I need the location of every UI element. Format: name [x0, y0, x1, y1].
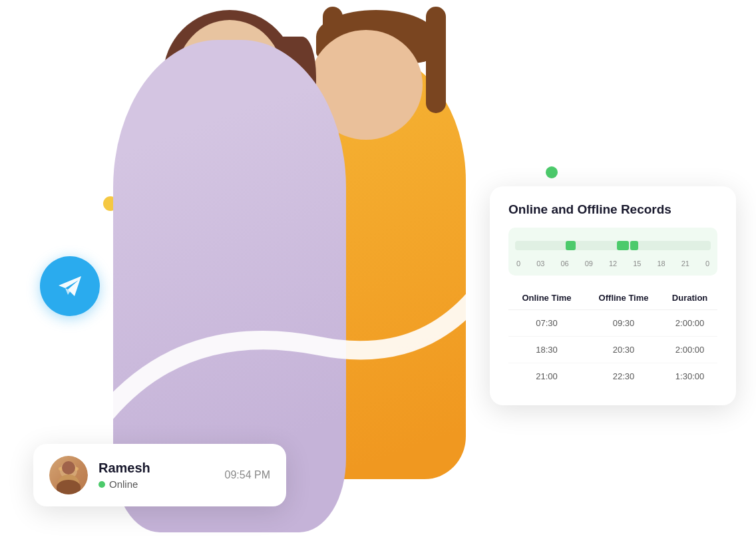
cell-2-duration: 1:30:00: [662, 363, 717, 390]
tl-09: 09: [585, 260, 593, 268]
cell-2-online: 21:00: [508, 363, 585, 390]
arrow-decoration: [610, 53, 716, 113]
contact-info: Ramesh Online: [98, 461, 214, 490]
bar-segment-1: [566, 241, 576, 250]
tl-06: 06: [560, 260, 568, 268]
cell-0-duration: 2:00:00: [662, 310, 717, 337]
tl-12: 12: [609, 260, 617, 268]
records-table: Online Time Offline Time Duration 07:300…: [508, 286, 717, 389]
records-card: Online and Offline Records 0 03 06 09 12…: [490, 186, 736, 405]
tl-18: 18: [657, 260, 665, 268]
woman-head: [176, 20, 283, 133]
child-hair-left: [323, 7, 343, 113]
timeline-bars: [515, 236, 711, 256]
cell-0-offline: 09:30: [585, 310, 662, 337]
tl-03: 03: [536, 260, 544, 268]
avatar: [49, 456, 88, 494]
dot-green: [546, 166, 558, 178]
cell-1-offline: 20:30: [585, 337, 662, 363]
header-offline-time: Offline Time: [585, 286, 662, 310]
tl-0-end: 0: [705, 260, 709, 268]
tl-0: 0: [516, 260, 520, 268]
status-dot: [98, 481, 105, 488]
telegram-svg: [53, 270, 87, 303]
svg-rect-3: [59, 467, 79, 470]
cell-0-online: 07:30: [508, 310, 585, 337]
status-text: Online: [109, 478, 138, 490]
svg-point-4: [66, 464, 71, 470]
timeline-labels: 0 03 06 09 12 15 18 21 0: [515, 260, 711, 268]
records-title: Online and Offline Records: [508, 202, 717, 217]
bar-segment-2: [617, 241, 629, 250]
header-online-time: Online Time: [508, 286, 585, 310]
tl-15: 15: [633, 260, 641, 268]
timeline-area: 0 03 06 09 12 15 18 21 0: [508, 228, 717, 276]
bar-segment-3: [630, 241, 638, 250]
contact-time: 09:54 PM: [225, 469, 270, 481]
records-tbody: 07:3009:302:00:0018:3020:302:00:0021:002…: [508, 310, 717, 390]
table-header-row: Online Time Offline Time Duration: [508, 286, 717, 310]
timeline-track: [515, 241, 711, 250]
cell-1-online: 18:30: [508, 337, 585, 363]
table-row: 07:3009:302:00:00: [508, 310, 717, 337]
table-row: 21:0022:301:30:00: [508, 363, 717, 390]
child-body: [260, 53, 466, 479]
woman-hair: [163, 10, 296, 143]
contact-status: Online: [98, 478, 214, 490]
cell-1-duration: 2:00:00: [662, 337, 717, 363]
tl-21: 21: [681, 260, 689, 268]
child-hair-top: [316, 10, 436, 63]
svg-point-2: [58, 474, 79, 493]
avatar-inner: [49, 456, 88, 494]
scene: Ramesh Online 09:54 PM Online and Offlin…: [0, 0, 756, 553]
contact-name: Ramesh: [98, 461, 214, 476]
online-card: Ramesh Online 09:54 PM: [33, 444, 286, 506]
child-head: [309, 30, 423, 140]
cell-2-offline: 22:30: [585, 363, 662, 390]
header-duration: Duration: [662, 286, 717, 310]
dot-yellow: [103, 196, 118, 211]
table-row: 18:3020:302:00:00: [508, 337, 717, 363]
child-hair-right: [426, 7, 446, 113]
swirl-decoration: [53, 253, 506, 439]
telegram-icon: [40, 256, 100, 316]
